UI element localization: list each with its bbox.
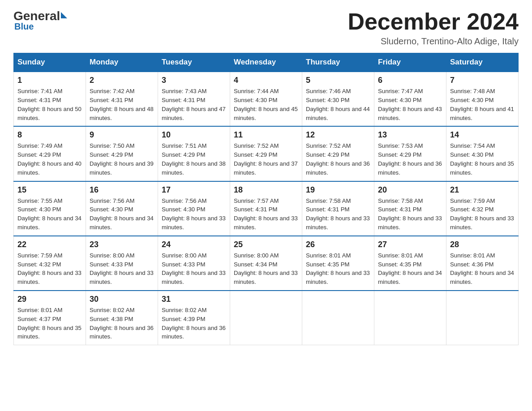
- calendar-cell: 25Sunrise: 8:00 AMSunset: 4:34 PMDayligh…: [230, 236, 302, 291]
- day-info: Sunrise: 7:43 AMSunset: 4:31 PMDaylight:…: [162, 87, 226, 122]
- day-info: Sunrise: 7:58 AMSunset: 4:31 PMDaylight:…: [306, 197, 370, 232]
- day-info: Sunrise: 7:56 AMSunset: 4:30 PMDaylight:…: [90, 197, 154, 232]
- calendar-cell: 20Sunrise: 7:58 AMSunset: 4:31 PMDayligh…: [374, 181, 446, 236]
- calendar-week-row: 8Sunrise: 7:49 AMSunset: 4:29 PMDaylight…: [14, 126, 519, 181]
- calendar-cell: 18Sunrise: 7:57 AMSunset: 4:31 PMDayligh…: [230, 181, 302, 236]
- day-number: 18: [234, 185, 298, 195]
- day-info: Sunrise: 7:44 AMSunset: 4:30 PMDaylight:…: [234, 87, 298, 122]
- weekday-header-row: SundayMondayTuesdayWednesdayThursdayFrid…: [14, 53, 519, 72]
- day-number: 16: [90, 185, 154, 195]
- calendar-cell: 30Sunrise: 8:02 AMSunset: 4:38 PMDayligh…: [86, 291, 158, 345]
- calendar-cell: 24Sunrise: 8:00 AMSunset: 4:33 PMDayligh…: [158, 236, 230, 291]
- day-info: Sunrise: 7:59 AMSunset: 4:32 PMDaylight:…: [450, 197, 515, 232]
- calendar-cell: 27Sunrise: 8:01 AMSunset: 4:35 PMDayligh…: [374, 236, 446, 291]
- month-title: December 2024: [348, 9, 519, 34]
- calendar-cell: 4Sunrise: 7:44 AMSunset: 4:30 PMDaylight…: [230, 72, 302, 126]
- calendar-cell: 31Sunrise: 8:02 AMSunset: 4:39 PMDayligh…: [158, 291, 230, 345]
- weekday-header-sunday: Sunday: [14, 53, 86, 72]
- day-info: Sunrise: 7:54 AMSunset: 4:30 PMDaylight:…: [450, 141, 515, 177]
- day-number: 28: [450, 240, 515, 249]
- logo-arrow-icon: [61, 12, 67, 18]
- calendar-cell: 14Sunrise: 7:54 AMSunset: 4:30 PMDayligh…: [446, 126, 519, 181]
- calendar-cell: 26Sunrise: 8:01 AMSunset: 4:35 PMDayligh…: [302, 236, 374, 291]
- page-header: General Blue December 2024 Sluderno, Tre…: [13, 9, 519, 47]
- day-number: 4: [234, 76, 298, 85]
- calendar-cell: [230, 291, 302, 345]
- calendar-cell: 3Sunrise: 7:43 AMSunset: 4:31 PMDaylight…: [158, 72, 230, 126]
- day-number: 1: [17, 76, 82, 85]
- calendar-cell: 21Sunrise: 7:59 AMSunset: 4:32 PMDayligh…: [446, 181, 519, 236]
- day-number: 2: [90, 76, 154, 85]
- day-number: 17: [162, 185, 226, 195]
- day-info: Sunrise: 8:01 AMSunset: 4:37 PMDaylight:…: [17, 306, 82, 341]
- calendar-cell: 2Sunrise: 7:42 AMSunset: 4:31 PMDaylight…: [86, 72, 158, 126]
- calendar-header: SundayMondayTuesdayWednesdayThursdayFrid…: [14, 53, 519, 72]
- day-number: 8: [17, 130, 82, 140]
- weekday-header-thursday: Thursday: [302, 53, 374, 72]
- day-number: 13: [378, 130, 442, 140]
- calendar-cell: 9Sunrise: 7:50 AMSunset: 4:29 PMDaylight…: [86, 126, 158, 181]
- day-info: Sunrise: 7:53 AMSunset: 4:29 PMDaylight:…: [378, 141, 442, 177]
- weekday-header-friday: Friday: [374, 53, 446, 72]
- day-number: 24: [162, 240, 226, 249]
- calendar-cell: 17Sunrise: 7:56 AMSunset: 4:30 PMDayligh…: [158, 181, 230, 236]
- calendar-week-row: 15Sunrise: 7:55 AMSunset: 4:30 PMDayligh…: [14, 181, 519, 236]
- calendar-cell: 23Sunrise: 8:00 AMSunset: 4:33 PMDayligh…: [86, 236, 158, 291]
- day-number: 23: [90, 240, 154, 249]
- calendar-cell: 15Sunrise: 7:55 AMSunset: 4:30 PMDayligh…: [14, 181, 86, 236]
- day-number: 29: [17, 295, 82, 304]
- day-number: 15: [17, 185, 82, 195]
- logo: General Blue: [13, 9, 67, 32]
- day-number: 14: [450, 130, 515, 140]
- calendar-cell: 29Sunrise: 8:01 AMSunset: 4:37 PMDayligh…: [14, 291, 86, 345]
- day-info: Sunrise: 7:49 AMSunset: 4:29 PMDaylight:…: [17, 141, 82, 177]
- title-area: December 2024 Sluderno, Trentino-Alto Ad…: [348, 9, 519, 47]
- day-info: Sunrise: 7:52 AMSunset: 4:29 PMDaylight:…: [234, 141, 298, 177]
- day-number: 30: [90, 295, 154, 304]
- day-info: Sunrise: 8:00 AMSunset: 4:33 PMDaylight:…: [90, 251, 154, 287]
- day-info: Sunrise: 8:01 AMSunset: 4:35 PMDaylight:…: [306, 251, 370, 287]
- day-number: 25: [234, 240, 298, 249]
- day-number: 5: [306, 76, 370, 85]
- calendar-week-row: 1Sunrise: 7:41 AMSunset: 4:31 PMDaylight…: [14, 72, 519, 126]
- day-info: Sunrise: 8:00 AMSunset: 4:33 PMDaylight:…: [162, 251, 226, 287]
- day-info: Sunrise: 8:00 AMSunset: 4:34 PMDaylight:…: [234, 251, 298, 287]
- weekday-header-monday: Monday: [86, 53, 158, 72]
- day-info: Sunrise: 7:47 AMSunset: 4:30 PMDaylight:…: [378, 87, 442, 122]
- calendar-body: 1Sunrise: 7:41 AMSunset: 4:31 PMDaylight…: [14, 72, 519, 345]
- calendar-cell: [374, 291, 446, 345]
- day-number: 3: [162, 76, 226, 85]
- day-info: Sunrise: 8:02 AMSunset: 4:39 PMDaylight:…: [162, 306, 226, 341]
- calendar-cell: 5Sunrise: 7:46 AMSunset: 4:30 PMDaylight…: [302, 72, 374, 126]
- day-info: Sunrise: 7:48 AMSunset: 4:30 PMDaylight:…: [450, 87, 515, 122]
- calendar-cell: 10Sunrise: 7:51 AMSunset: 4:29 PMDayligh…: [158, 126, 230, 181]
- day-number: 26: [306, 240, 370, 249]
- calendar-cell: [302, 291, 374, 345]
- day-number: 21: [450, 185, 515, 195]
- day-info: Sunrise: 8:01 AMSunset: 4:35 PMDaylight:…: [378, 251, 442, 287]
- day-number: 20: [378, 185, 442, 195]
- day-number: 27: [378, 240, 442, 249]
- calendar-cell: 7Sunrise: 7:48 AMSunset: 4:30 PMDaylight…: [446, 72, 519, 126]
- day-info: Sunrise: 7:58 AMSunset: 4:31 PMDaylight:…: [378, 197, 442, 232]
- day-info: Sunrise: 7:50 AMSunset: 4:29 PMDaylight:…: [90, 141, 154, 177]
- calendar-cell: 16Sunrise: 7:56 AMSunset: 4:30 PMDayligh…: [86, 181, 158, 236]
- calendar-cell: 8Sunrise: 7:49 AMSunset: 4:29 PMDaylight…: [14, 126, 86, 181]
- day-number: 6: [378, 76, 442, 85]
- location-text: Sluderno, Trentino-Alto Adige, Italy: [348, 36, 519, 47]
- day-number: 31: [162, 295, 226, 304]
- day-number: 19: [306, 185, 370, 195]
- day-info: Sunrise: 7:52 AMSunset: 4:29 PMDaylight:…: [306, 141, 370, 177]
- weekday-header-tuesday: Tuesday: [158, 53, 230, 72]
- day-info: Sunrise: 8:02 AMSunset: 4:38 PMDaylight:…: [90, 306, 154, 341]
- day-info: Sunrise: 7:41 AMSunset: 4:31 PMDaylight:…: [17, 87, 82, 122]
- weekday-header-saturday: Saturday: [446, 53, 519, 72]
- day-number: 10: [162, 130, 226, 140]
- day-info: Sunrise: 7:55 AMSunset: 4:30 PMDaylight:…: [17, 197, 82, 232]
- calendar-cell: [446, 291, 519, 345]
- calendar-cell: 6Sunrise: 7:47 AMSunset: 4:30 PMDaylight…: [374, 72, 446, 126]
- calendar-cell: 11Sunrise: 7:52 AMSunset: 4:29 PMDayligh…: [230, 126, 302, 181]
- calendar-cell: 19Sunrise: 7:58 AMSunset: 4:31 PMDayligh…: [302, 181, 374, 236]
- day-info: Sunrise: 7:42 AMSunset: 4:31 PMDaylight:…: [90, 87, 154, 122]
- day-number: 11: [234, 130, 298, 140]
